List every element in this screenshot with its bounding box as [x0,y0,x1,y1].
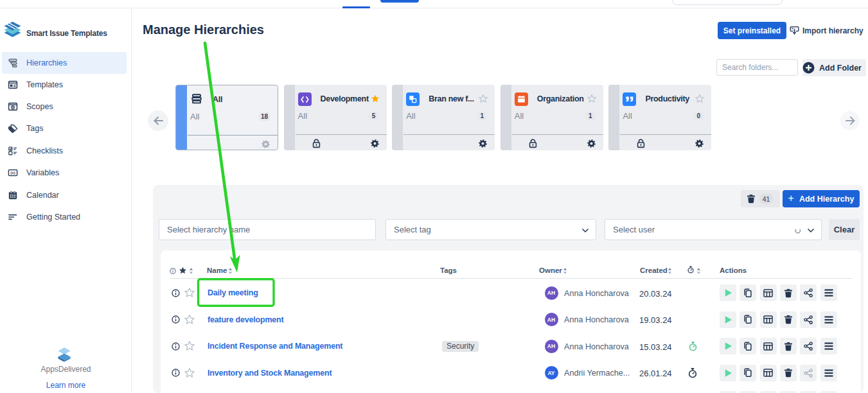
svg-text:(x): (x) [10,170,15,175]
